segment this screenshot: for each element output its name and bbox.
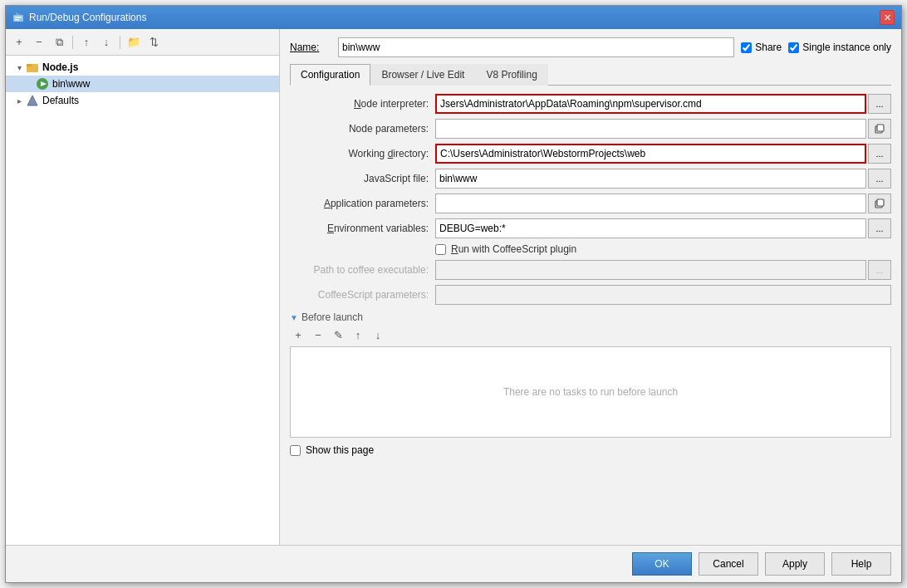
coffeescript-checkbox[interactable]	[435, 244, 446, 255]
share-checkbox[interactable]	[741, 42, 752, 53]
javascript-file-row: JavaScript file: ...	[290, 169, 891, 189]
run-debug-dialog: Run/Debug Configurations ✕ + − ⧉ ↑ ↓ 📁 ⇅	[5, 5, 902, 583]
svg-marker-8	[27, 96, 37, 105]
show-page-label: Show this page	[306, 444, 374, 456]
move-up-button[interactable]: ↑	[78, 34, 95, 51]
before-launch-header: ▼ Before launch	[290, 311, 891, 323]
left-panel: + − ⧉ ↑ ↓ 📁 ⇅ ▾	[6, 29, 280, 545]
tab-configuration[interactable]: Configuration	[290, 64, 370, 86]
tree-label-nodejs: Node.js	[42, 61, 78, 73]
coffee-params-row: CoffeeScript parameters:	[290, 285, 891, 305]
title-bar: Run/Debug Configurations ✕	[6, 6, 901, 29]
coffeescript-row: Run with CoffeeScript plugin	[435, 243, 891, 255]
single-instance-group: Single instance only	[788, 42, 891, 53]
configuration-form: Node interpreter: ... Node parameters:	[290, 94, 891, 537]
title-bar-left: Run/Debug Configurations	[12, 12, 146, 23]
coffee-params-input[interactable]	[435, 285, 891, 305]
sort-button[interactable]: ⇅	[145, 34, 162, 51]
cancel-button[interactable]: Cancel	[699, 552, 758, 576]
main-content: + − ⧉ ↑ ↓ 📁 ⇅ ▾	[6, 29, 901, 545]
node-parameters-copy-button[interactable]	[868, 119, 891, 139]
working-directory-input[interactable]	[435, 144, 866, 164]
svg-rect-5	[27, 64, 32, 66]
before-launch-up-button[interactable]: ↑	[350, 326, 366, 343]
defaults-icon	[26, 94, 39, 107]
help-button[interactable]: Help	[831, 552, 891, 576]
tree-node-defaults[interactable]: ▸ Defaults	[6, 92, 279, 109]
config-tree: ▾ Node.js	[6, 56, 279, 545]
run-config-icon	[36, 77, 49, 91]
toolbar-separator-1	[72, 36, 73, 49]
svg-marker-1	[16, 12, 22, 15]
tree-label-bin-www: bin\www	[52, 78, 90, 90]
copy-config-button[interactable]: ⧉	[51, 34, 67, 51]
environment-variables-browse-button[interactable]: ...	[868, 218, 891, 238]
single-instance-label: Single instance only	[802, 42, 891, 53]
svg-rect-12	[877, 199, 884, 206]
tree-label-defaults: Defaults	[42, 95, 79, 106]
application-parameters-label: Application parameters:	[290, 198, 435, 209]
before-launch-down-button[interactable]: ↓	[370, 326, 386, 343]
environment-variables-row: Environment variables: ...	[290, 218, 891, 238]
ok-button[interactable]: OK	[632, 552, 692, 576]
tab-browser-live-edit[interactable]: Browser / Live Edit	[370, 64, 475, 86]
environment-variables-input[interactable]	[435, 218, 866, 238]
toolbar-separator-2	[120, 36, 120, 49]
before-launch-triangle: ▼	[290, 313, 298, 322]
coffee-path-label: Path to coffee executable:	[290, 264, 435, 276]
before-launch-remove-button[interactable]: −	[310, 326, 326, 343]
name-row: Name: Share Single instance only	[290, 37, 891, 57]
close-button[interactable]: ✕	[880, 10, 895, 25]
tree-node-bin-www[interactable]: bin\www	[6, 76, 279, 92]
javascript-file-label: JavaScript file:	[290, 173, 435, 184]
node-parameters-input[interactable]	[435, 119, 866, 139]
folder-button[interactable]: 📁	[125, 34, 142, 51]
before-launch-section: ▼ Before launch + − ✎ ↑ ↓ There are no t…	[290, 311, 891, 438]
javascript-file-browse-button[interactable]: ...	[868, 169, 891, 189]
svg-rect-2	[15, 17, 22, 18]
share-group: Share	[741, 42, 782, 53]
tab-v8-profiling[interactable]: V8 Profiling	[475, 64, 547, 86]
node-interpreter-label: Node interpreter:	[290, 98, 435, 110]
before-launch-list: There are no tasks to run before launch	[290, 346, 891, 438]
single-instance-checkbox[interactable]	[788, 42, 799, 53]
apply-button[interactable]: Apply	[765, 552, 825, 576]
node-interpreter-browse-button[interactable]: ...	[868, 94, 891, 114]
nodejs-icon	[26, 61, 39, 74]
before-launch-empty-message: There are no tasks to run before launch	[503, 386, 678, 398]
tabs-bar: Configuration Browser / Live Edit V8 Pro…	[290, 64, 891, 86]
svg-rect-0	[13, 15, 23, 22]
before-launch-toolbar: + − ✎ ↑ ↓	[290, 326, 891, 343]
node-parameters-label: Node parameters:	[290, 123, 435, 135]
remove-config-button[interactable]: −	[31, 34, 47, 51]
before-launch-add-button[interactable]: +	[290, 326, 306, 343]
svg-rect-10	[877, 125, 884, 131]
coffee-path-row: Path to coffee executable: ...	[290, 260, 891, 280]
title-bar-title: Run/Debug Configurations	[29, 12, 146, 23]
add-config-button[interactable]: +	[11, 34, 27, 51]
node-parameters-row: Node parameters:	[290, 119, 891, 139]
application-parameters-copy-button[interactable]	[868, 194, 891, 213]
javascript-file-input[interactable]	[435, 169, 866, 189]
expand-defaults[interactable]: ▸	[12, 94, 26, 107]
coffeescript-label: Run with CoffeeScript plugin	[451, 243, 576, 255]
name-input[interactable]	[338, 37, 734, 57]
show-page-row: Show this page	[290, 444, 891, 456]
application-parameters-input[interactable]	[435, 194, 866, 213]
working-directory-row: Working directory: ...	[290, 144, 891, 164]
move-down-button[interactable]: ↓	[98, 34, 115, 51]
environment-variables-label: Environment variables:	[290, 223, 435, 234]
node-interpreter-input[interactable]	[435, 94, 866, 114]
working-directory-browse-button[interactable]: ...	[868, 144, 891, 164]
coffee-path-input[interactable]	[435, 260, 866, 280]
working-directory-label: Working directory:	[290, 148, 435, 159]
coffee-params-label: CoffeeScript parameters:	[290, 289, 435, 301]
expand-nodejs[interactable]: ▾	[12, 61, 26, 74]
coffee-path-browse-button[interactable]: ...	[868, 260, 891, 280]
tree-node-nodejs[interactable]: ▾ Node.js	[6, 59, 279, 76]
show-page-checkbox[interactable]	[290, 445, 301, 456]
node-interpreter-row: Node interpreter: ...	[290, 94, 891, 114]
dialog-icon	[12, 12, 24, 23]
bottom-bar: OK Cancel Apply Help	[6, 545, 901, 582]
before-launch-edit-button[interactable]: ✎	[330, 326, 346, 343]
